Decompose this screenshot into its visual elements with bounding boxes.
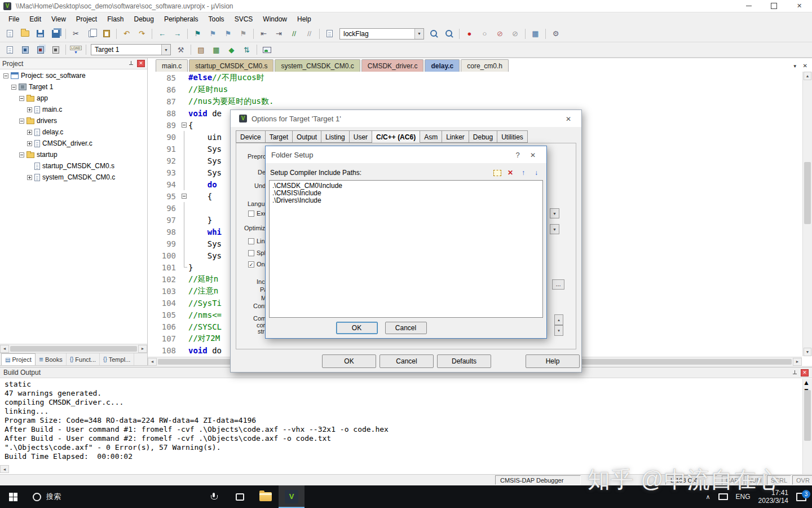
tree-item-project-soc-software[interactable]: Project: soc_software	[0, 70, 147, 81]
breakpoint-enable-button[interactable]: ○	[478, 27, 492, 41]
checkbox-one[interactable]: ✓	[248, 261, 254, 268]
pin-icon[interactable]	[792, 370, 798, 376]
undo-button[interactable]: ↶	[120, 27, 134, 41]
editor-tab-main-c[interactable]: main.c	[156, 59, 188, 72]
tree-expander-icon[interactable]	[27, 130, 32, 135]
update-components-button[interactable]: ⇅	[240, 43, 254, 56]
options-for-target-button[interactable]: ⚒	[174, 43, 188, 56]
new-file-button[interactable]	[3, 27, 17, 41]
scroll-right-icon[interactable]	[138, 345, 147, 353]
options-tab-listing[interactable]: Listing	[321, 130, 350, 143]
find-dropdown-icon[interactable]: ▼	[414, 29, 423, 39]
options-tab-utilities[interactable]: Utilities	[497, 130, 528, 143]
uncomment-button[interactable]: //	[302, 27, 316, 41]
find-input[interactable]: lockFlag▼	[339, 28, 424, 40]
indent-button[interactable]: ⇥	[272, 27, 286, 41]
panel-tab-project[interactable]: ▤Project	[1, 353, 36, 365]
ok-button[interactable]: OK	[336, 322, 378, 334]
options-tab-asm[interactable]: Asm	[420, 130, 442, 143]
tree-item-target-1[interactable]: Target 1	[0, 81, 147, 93]
project-hscrollbar[interactable]	[0, 344, 147, 353]
cut-button[interactable]: ✂	[69, 27, 83, 41]
scroll-down-icon[interactable]	[804, 348, 811, 356]
breakpoint-disable-button[interactable]: ⊘	[493, 27, 507, 41]
action-center-button[interactable]: 3	[796, 493, 806, 501]
options-tab-target[interactable]: Target	[266, 130, 293, 143]
bookmark-prev-button[interactable]: ⚑	[206, 27, 220, 41]
start-button[interactable]	[0, 485, 26, 508]
editor-tab-system-cmsdk-cm0-c[interactable]: system_CMSDK_CM0.c	[275, 59, 360, 72]
unindent-button[interactable]: ⇤	[257, 27, 271, 41]
tree-expander-icon[interactable]	[11, 85, 16, 90]
spin-up-icon[interactable]: ▲	[554, 314, 563, 325]
scroll-up-icon[interactable]	[804, 72, 811, 80]
nav-forward-button[interactable]: →	[170, 27, 184, 41]
cancel-button[interactable]: Cancel	[379, 354, 434, 368]
open-file-button[interactable]	[18, 27, 32, 41]
editor-tab-cmsdk-driver-c[interactable]: CMSDK_driver.c	[361, 59, 424, 72]
maximize-button[interactable]	[761, 0, 787, 12]
scroll-thumb[interactable]	[10, 346, 137, 352]
tree-item-startup-cmsdk-cm0-s[interactable]: startup_CMSDK_CM0.s	[0, 160, 147, 172]
help-button[interactable]: Help	[526, 354, 580, 368]
scroll-thumb[interactable]	[804, 390, 811, 441]
browse-button[interactable]: ...	[552, 279, 564, 290]
edit-symbol-button[interactable]	[323, 27, 337, 41]
close-icon[interactable]	[561, 115, 576, 123]
menu-peripherals[interactable]: Peripherals	[159, 14, 204, 25]
options-tab-debug[interactable]: Debug	[469, 130, 497, 143]
panel-tab-templ[interactable]: {}Templ...	[100, 353, 134, 365]
ok-button[interactable]: OK	[322, 354, 376, 368]
fold-collapse-icon[interactable]	[182, 194, 187, 199]
menu-flash[interactable]: Flash	[102, 14, 129, 25]
defaults-button[interactable]: Defaults	[437, 354, 491, 368]
menu-tools[interactable]: Tools	[204, 14, 230, 25]
tree-expander-icon[interactable]	[27, 107, 32, 112]
menu-project[interactable]: Project	[71, 14, 102, 25]
tree-item-delay-c[interactable]: delay.c	[0, 126, 147, 138]
tree-expander-icon[interactable]	[27, 141, 32, 146]
editor-vscrollbar[interactable]	[802, 72, 812, 356]
bookmark-next-button[interactable]: ⚑	[221, 27, 235, 41]
target-select[interactable]: Target 1▼	[91, 44, 171, 55]
task-view-button[interactable]	[227, 485, 253, 508]
tree-expander-icon[interactable]	[19, 152, 24, 157]
close-panel-icon[interactable]	[801, 369, 809, 376]
combo-dropdown-icon[interactable]: ▼	[550, 224, 559, 234]
scroll-left-icon[interactable]	[148, 358, 157, 366]
tree-expander-icon[interactable]	[3, 73, 8, 78]
tree-item-cmsdk-driver-c[interactable]: CMSDK_driver.c	[0, 138, 147, 149]
paste-button[interactable]	[99, 27, 113, 41]
uvision-taskbar-button[interactable]	[279, 485, 304, 508]
options-tab-user[interactable]: User	[350, 130, 372, 143]
pack-installer-button[interactable]	[260, 43, 274, 56]
menu-window[interactable]: Window	[258, 14, 292, 25]
tree-expander-icon[interactable]	[27, 175, 32, 180]
delete-path-icon[interactable]	[505, 168, 516, 178]
tree-item-system-cmsdk-cm0-c[interactable]: system_CMSDK_CM0.c	[0, 172, 147, 183]
bookmark-toggle-button[interactable]: ⚑	[191, 27, 205, 41]
file-extensions-button[interactable]: ▤	[194, 43, 208, 56]
new-path-icon[interactable]	[492, 168, 503, 178]
pin-icon[interactable]	[128, 60, 134, 67]
scroll-up-icon[interactable]	[803, 379, 810, 387]
minimize-button[interactable]	[736, 0, 761, 12]
tree-item-startup[interactable]: startup	[0, 149, 147, 160]
move-up-icon[interactable]	[518, 168, 529, 178]
taskbar-search[interactable]: 搜索	[26, 485, 68, 508]
close-icon[interactable]	[525, 151, 541, 159]
editor-tab-startup-cmsdk-cm0-s[interactable]: startup_CMSDK_CM0.s	[189, 59, 273, 72]
close-panel-icon[interactable]	[137, 60, 145, 67]
spinner-control[interactable]: ▲▼	[554, 314, 563, 336]
options-tab-linker[interactable]: Linker	[442, 130, 469, 143]
file-explorer-button[interactable]	[253, 485, 279, 508]
find-in-files-button[interactable]	[427, 27, 441, 41]
debug-windows-button[interactable]: ▦	[528, 27, 542, 41]
menu-edit[interactable]: Edit	[24, 14, 46, 25]
fold-collapse-icon[interactable]	[182, 122, 187, 128]
tab-list-icon[interactable]	[793, 62, 797, 69]
close-button[interactable]	[787, 0, 812, 12]
options-tab-output[interactable]: Output	[293, 130, 321, 143]
manage-items-button[interactable]: ▦	[209, 43, 223, 56]
panel-tab-books[interactable]: ≣Books	[36, 353, 67, 365]
